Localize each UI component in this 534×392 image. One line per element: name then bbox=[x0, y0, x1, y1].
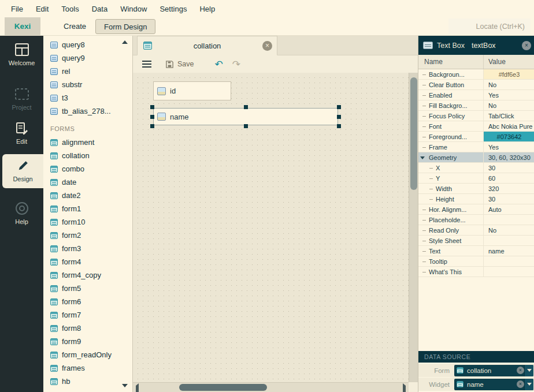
nav-item-rel[interactable]: rel bbox=[43, 65, 132, 78]
nav-item-form3[interactable]: form3 bbox=[43, 242, 132, 255]
property-value[interactable]: 30, 60, 320x30 bbox=[483, 152, 534, 162]
nav-item-combo[interactable]: combo bbox=[43, 162, 132, 176]
menu-item-data[interactable]: Data bbox=[86, 2, 114, 16]
property-row-read-only[interactable]: Read OnlyNo bbox=[418, 225, 534, 236]
document-tab-collation[interactable]: collation × bbox=[137, 36, 277, 55]
property-row-x[interactable]: X30 bbox=[418, 163, 534, 173]
vertical-scrollbar[interactable] bbox=[409, 73, 418, 382]
property-value[interactable]: name bbox=[483, 246, 534, 256]
property-row-tooltip[interactable]: Tooltip bbox=[418, 256, 534, 267]
menu-item-tools[interactable]: Tools bbox=[55, 2, 85, 16]
property-row-backgroun[interactable]: Backgroun...#fdf6e3 bbox=[418, 69, 534, 80]
nav-item-frames[interactable]: frames bbox=[43, 361, 132, 375]
property-name-cell[interactable]: Backgroun... bbox=[418, 69, 483, 79]
locate-search-input[interactable]: Locate (Ctrl+K) bbox=[448, 18, 531, 34]
property-name-cell[interactable]: Fill Backgro... bbox=[418, 100, 483, 110]
sidebar-item-edit[interactable]: Edit bbox=[0, 121, 43, 145]
nav-item-form1[interactable]: form1 bbox=[43, 202, 132, 215]
sidebar-item-design[interactable]: Design bbox=[2, 154, 43, 188]
property-name-cell[interactable]: Focus Policy bbox=[418, 111, 483, 121]
property-row-style-sheet[interactable]: Style Sheet bbox=[418, 236, 534, 246]
property-row-foreground[interactable]: Foreground...#073642 bbox=[418, 132, 534, 142]
nav-item-hb[interactable]: hb bbox=[43, 375, 132, 388]
property-name-cell[interactable]: Geometry bbox=[418, 152, 483, 162]
property-value[interactable]: Abc Nokia Pure Tex bbox=[483, 121, 534, 131]
property-name-cell[interactable]: Style Sheet bbox=[418, 236, 483, 245]
property-value[interactable]: Tab/Click bbox=[483, 111, 534, 121]
redo-button[interactable]: ↷ bbox=[232, 59, 240, 69]
property-row-geometry[interactable]: Geometry30, 60, 320x30 bbox=[418, 152, 534, 163]
selection-handle[interactable] bbox=[244, 105, 248, 109]
property-row-frame[interactable]: FrameYes bbox=[418, 142, 534, 152]
menu-item-help[interactable]: Help bbox=[193, 2, 221, 16]
menu-item-window[interactable]: Window bbox=[114, 2, 153, 16]
property-name-cell[interactable]: Placeholde... bbox=[418, 215, 483, 225]
property-name-cell[interactable]: Clear Button bbox=[418, 80, 483, 89]
object-name-field[interactable]: textBox bbox=[472, 42, 522, 50]
close-icon[interactable]: × bbox=[262, 41, 272, 51]
property-value[interactable] bbox=[483, 236, 534, 245]
chevron-down-icon[interactable] bbox=[420, 156, 425, 159]
nav-item-form7[interactable]: form7 bbox=[43, 308, 132, 322]
menu-item-settings[interactable]: Settings bbox=[153, 2, 193, 16]
tab-kexi[interactable]: Kexi bbox=[5, 17, 40, 35]
form-canvas[interactable]: id name bbox=[133, 73, 409, 382]
scroll-left-icon[interactable] bbox=[136, 386, 139, 392]
form-combobox[interactable]: collation × bbox=[454, 365, 533, 376]
property-name-cell[interactable]: Width bbox=[418, 184, 483, 193]
nav-item-query9[interactable]: query9 bbox=[43, 51, 132, 65]
property-name-cell[interactable]: Font bbox=[418, 121, 483, 131]
scroll-down-icon[interactable] bbox=[121, 382, 129, 389]
property-name-cell[interactable]: X bbox=[418, 163, 483, 173]
property-row-height[interactable]: Height30 bbox=[418, 194, 534, 204]
menu-item-file[interactable]: File bbox=[5, 2, 29, 16]
selection-handle[interactable] bbox=[337, 124, 341, 128]
property-value[interactable]: Yes bbox=[483, 142, 534, 152]
nav-item-alignment[interactable]: alignment bbox=[43, 136, 132, 149]
horizontal-scrollbar[interactable] bbox=[133, 382, 409, 392]
nav-item-form4[interactable]: form4 bbox=[43, 255, 132, 268]
nav-item-form9[interactable]: form9 bbox=[43, 335, 132, 348]
nav-item-form8[interactable]: form8 bbox=[43, 322, 132, 335]
nav-item-date[interactable]: date bbox=[43, 176, 132, 189]
property-row-placeholde[interactable]: Placeholde... bbox=[418, 215, 534, 225]
textbox-widget-name[interactable]: name bbox=[153, 108, 338, 125]
nav-item-tb-alias-278[interactable]: tb_alias_278... bbox=[43, 104, 132, 118]
property-value[interactable]: 30 bbox=[483, 194, 534, 204]
property-name-cell[interactable]: Text bbox=[418, 246, 483, 256]
selection-handle[interactable] bbox=[150, 105, 154, 109]
nav-item-form2[interactable]: form2 bbox=[43, 229, 132, 242]
selection-handle[interactable] bbox=[244, 124, 248, 128]
property-row-fill-backgro[interactable]: Fill Backgro...No bbox=[418, 100, 534, 111]
property-value[interactable]: 60 bbox=[483, 173, 534, 183]
nav-item-form5[interactable]: form5 bbox=[43, 282, 132, 295]
property-row-focus-policy[interactable]: Focus PolicyTab/Click bbox=[418, 111, 534, 121]
sidebar-item-help[interactable]: Help bbox=[0, 201, 43, 225]
scroll-right-icon[interactable] bbox=[403, 386, 406, 392]
dropdown-arrow-icon[interactable] bbox=[524, 365, 533, 376]
property-row-hor-alignm[interactable]: Hor. Alignm...Auto bbox=[418, 204, 534, 215]
property-value[interactable]: 30 bbox=[483, 163, 534, 173]
menu-icon[interactable] bbox=[142, 61, 151, 68]
property-value[interactable]: No bbox=[483, 225, 534, 235]
nav-item-date2[interactable]: date2 bbox=[43, 189, 132, 202]
property-value[interactable]: Yes bbox=[483, 90, 534, 100]
property-value[interactable] bbox=[483, 256, 534, 266]
nav-item-form4-copy[interactable]: form4_copy bbox=[43, 268, 132, 282]
property-name-cell[interactable]: What's This bbox=[418, 267, 483, 277]
widget-combobox[interactable]: name × bbox=[454, 379, 533, 390]
property-name-cell[interactable]: Tooltip bbox=[418, 256, 483, 266]
property-value[interactable]: #fdf6e3 bbox=[483, 69, 534, 79]
nav-item-collation[interactable]: collation bbox=[43, 149, 132, 162]
textbox-widget-id[interactable]: id bbox=[153, 81, 231, 100]
clear-icon[interactable]: × bbox=[517, 367, 524, 374]
nav-item-form-readonly[interactable]: form_readOnly bbox=[43, 348, 132, 361]
tab-form-design[interactable]: Form Design bbox=[95, 19, 155, 34]
property-name-cell[interactable]: Frame bbox=[418, 142, 483, 152]
property-row-text[interactable]: Textname bbox=[418, 246, 534, 256]
dropdown-arrow-icon[interactable] bbox=[524, 379, 533, 390]
nav-item-form10[interactable]: form10 bbox=[43, 215, 132, 229]
selection-handle[interactable] bbox=[150, 115, 154, 119]
nav-item-t3[interactable]: t3 bbox=[43, 91, 132, 104]
sidebar-item-project[interactable]: Project bbox=[0, 87, 43, 111]
